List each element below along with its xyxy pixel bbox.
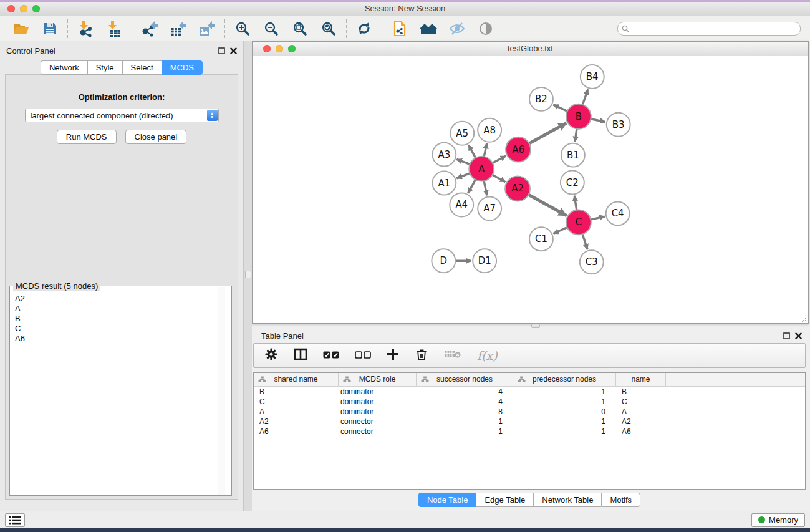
table-row[interactable]: Adominator80A bbox=[254, 407, 805, 417]
zoom-out-icon[interactable] bbox=[262, 19, 281, 38]
column-header-predecessor-nodes[interactable]: predecessor nodes bbox=[513, 373, 616, 386]
mcds-result-box: MCDS result (5 nodes) A2ABCA6 bbox=[9, 286, 232, 496]
delete-column-icon[interactable] bbox=[415, 347, 428, 364]
graph-node-A5[interactable]: A5 bbox=[450, 122, 474, 145]
graph-node-A4[interactable]: A4 bbox=[450, 193, 473, 216]
zoom-in-icon[interactable] bbox=[233, 19, 252, 38]
graph-node-B3[interactable]: B3 bbox=[607, 113, 630, 137]
table-row[interactable]: A2connector11A2 bbox=[254, 417, 805, 427]
table-mode-gear-icon[interactable] bbox=[264, 347, 278, 364]
svg-text:B: B bbox=[576, 111, 582, 122]
mcds-result-item[interactable]: C bbox=[15, 324, 226, 334]
graph-node-B[interactable]: B bbox=[566, 104, 591, 129]
table-cell: 4 bbox=[417, 397, 513, 407]
graph-node-A1[interactable]: A1 bbox=[432, 172, 456, 195]
graph-node-D[interactable]: D bbox=[432, 249, 455, 273]
mcds-result-item[interactable]: A6 bbox=[15, 334, 226, 344]
close-panel-button[interactable]: Close panel bbox=[125, 130, 187, 144]
tab-motifs[interactable]: Motifs bbox=[601, 493, 640, 507]
column-header-successor-nodes[interactable]: successor nodes bbox=[417, 373, 513, 386]
deselect-all-icon[interactable] bbox=[355, 350, 371, 361]
close-window-button[interactable] bbox=[7, 5, 15, 12]
graph-node-A[interactable]: A bbox=[469, 157, 494, 181]
zoom-network-button[interactable] bbox=[288, 45, 296, 52]
graph-node-B2[interactable]: B2 bbox=[529, 87, 553, 111]
tab-mcds[interactable]: MCDS bbox=[162, 60, 203, 75]
import-table-icon[interactable] bbox=[105, 19, 123, 38]
mcds-result-list[interactable]: A2ABCA6 bbox=[10, 286, 231, 344]
create-column-icon[interactable] bbox=[387, 348, 399, 363]
graph-node-A7[interactable]: A7 bbox=[478, 196, 501, 220]
tab-network-table[interactable]: Network Table bbox=[533, 493, 601, 507]
resize-grip-icon[interactable] bbox=[800, 315, 808, 322]
vertical-splitter[interactable] bbox=[243, 41, 252, 511]
zoom-fit-icon[interactable] bbox=[291, 19, 309, 38]
table-row[interactable]: Cdominator41C bbox=[254, 397, 805, 407]
home-view-icon[interactable] bbox=[419, 19, 438, 38]
zoom-selected-icon[interactable] bbox=[319, 19, 338, 38]
minimize-network-button[interactable] bbox=[276, 45, 283, 52]
criterion-dropdown-value: largest connected component (directed) bbox=[31, 111, 173, 120]
apply-layout-icon[interactable] bbox=[355, 19, 374, 38]
memory-button[interactable]: Memory bbox=[751, 513, 805, 527]
export-network-icon[interactable] bbox=[140, 19, 159, 38]
table-cell: A6 bbox=[254, 427, 339, 437]
main-toolbar bbox=[0, 16, 810, 41]
mcds-result-item[interactable]: A2 bbox=[15, 294, 226, 304]
mcds-result-item[interactable]: B bbox=[15, 314, 226, 324]
graph-node-A2[interactable]: A2 bbox=[505, 177, 530, 201]
svg-text:B4: B4 bbox=[586, 71, 599, 82]
close-panel-icon[interactable] bbox=[230, 47, 237, 54]
graph-node-C4[interactable]: C4 bbox=[606, 201, 630, 225]
save-session-icon[interactable] bbox=[41, 19, 59, 38]
svg-text:A1: A1 bbox=[438, 178, 450, 189]
graph-node-C3[interactable]: C3 bbox=[580, 250, 604, 274]
export-table-icon[interactable] bbox=[169, 19, 188, 38]
criterion-dropdown[interactable]: largest connected component (directed) ▲… bbox=[25, 109, 219, 122]
column-header-mcds-role[interactable]: MCDS role bbox=[339, 373, 417, 386]
import-network-icon[interactable] bbox=[76, 19, 95, 38]
zoom-window-button[interactable] bbox=[32, 5, 40, 12]
graph-node-A6[interactable]: A6 bbox=[506, 137, 531, 162]
graph-node-C1[interactable]: C1 bbox=[529, 227, 553, 251]
run-mcds-button[interactable]: Run MCDS bbox=[57, 130, 117, 144]
column-header-name[interactable]: name bbox=[616, 373, 666, 386]
tab-style[interactable]: Style bbox=[87, 60, 122, 75]
tab-select[interactable]: Select bbox=[122, 60, 162, 75]
close-network-button[interactable] bbox=[263, 45, 271, 52]
hide-graphics-details-icon[interactable] bbox=[448, 19, 466, 38]
show-columns-icon[interactable] bbox=[294, 347, 307, 364]
network-window-controls bbox=[263, 45, 296, 52]
network-graph[interactable]: B4B2BB3A8A5A6A3B1AA1C2A2A4A7C4CC1C3DD1 bbox=[253, 56, 808, 323]
tab-edge-table[interactable]: Edge Table bbox=[476, 493, 533, 507]
function-builder-icon[interactable]: f(x) bbox=[477, 349, 498, 362]
column-header-shared-name[interactable]: shared name bbox=[254, 373, 339, 386]
close-table-panel-icon[interactable] bbox=[795, 332, 802, 339]
open-file-icon[interactable] bbox=[12, 19, 31, 38]
network-canvas[interactable]: B4B2BB3A8A5A6A3B1AA1C2A2A4A7C4CC1C3DD1 bbox=[253, 56, 808, 323]
export-image-icon[interactable] bbox=[198, 19, 216, 38]
graph-node-C2[interactable]: C2 bbox=[561, 171, 584, 195]
table-row[interactable]: Bdominator41B bbox=[254, 387, 805, 397]
float-panel-icon[interactable] bbox=[218, 47, 225, 54]
tab-node-table[interactable]: Node Table bbox=[418, 493, 476, 507]
search-input[interactable] bbox=[617, 22, 801, 36]
tab-network[interactable]: Network bbox=[41, 60, 87, 75]
task-history-button[interactable] bbox=[5, 513, 25, 527]
clone-network-icon[interactable] bbox=[390, 19, 409, 38]
graph-node-A8[interactable]: A8 bbox=[478, 118, 501, 142]
show-graphics-details-icon[interactable] bbox=[476, 19, 495, 38]
graph-node-A3[interactable]: A3 bbox=[432, 143, 456, 167]
graph-node-B1[interactable]: B1 bbox=[561, 143, 585, 167]
select-all-icon[interactable] bbox=[323, 350, 339, 361]
result-scrollbar[interactable] bbox=[218, 287, 225, 495]
table-row[interactable]: A6connector11A6 bbox=[254, 427, 805, 437]
control-panel: Control Panel NetworkStyleSelectMCDS Opt… bbox=[0, 41, 243, 511]
float-table-panel-icon[interactable] bbox=[783, 332, 790, 339]
graph-node-B4[interactable]: B4 bbox=[581, 65, 604, 89]
graph-node-C[interactable]: C bbox=[566, 210, 591, 235]
graph-node-D1[interactable]: D1 bbox=[473, 249, 496, 273]
delete-table-icon[interactable] bbox=[444, 349, 461, 362]
minimize-window-button[interactable] bbox=[20, 5, 27, 12]
mcds-result-item[interactable]: A bbox=[15, 304, 226, 314]
